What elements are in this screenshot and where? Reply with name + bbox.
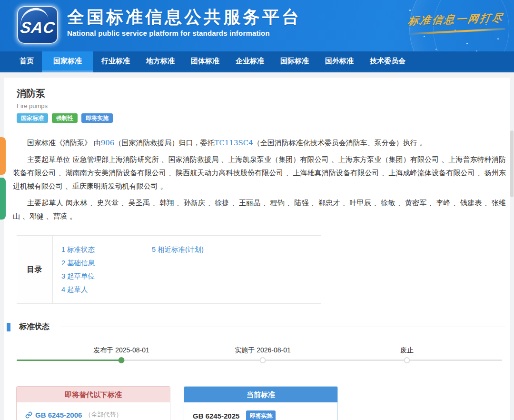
timeline-dot-implemented — [260, 357, 266, 363]
nav-item-industry-standards[interactable]: 行业标准 — [93, 51, 138, 72]
toc-column-2: 5 相近标准(计划) — [152, 243, 242, 296]
site-title-block: 全国标准信息公共服务平台 National public service pla… — [67, 6, 301, 37]
side-tab-green[interactable] — [0, 178, 6, 220]
link-906[interactable]: 906 — [101, 139, 115, 147]
section-divider — [60, 327, 506, 327]
card-current-header: 当前标准 — [184, 387, 337, 402]
site-title: 全国标准信息公共服务平台 — [67, 6, 301, 28]
nav-item-international-standards[interactable]: 国际标准 — [272, 51, 317, 72]
table-of-contents: 目录 1 标准状态 2 基础信息 3 起草单位 4 起草人 5 相近标准(计划) — [17, 235, 321, 304]
current-code-line: GB 6245-2025 即将实施 — [193, 410, 329, 420]
card-replaced-standard: 即将替代以下标准 GB 6245-2006 （全部代替） 消防泵 — [16, 386, 170, 420]
standard-title-en: Fire pumps — [17, 102, 506, 110]
nav-item-technical-committees[interactable]: 技术委员会 — [362, 51, 414, 72]
timeline-label-implemented: 实施于 2026-08-01 — [235, 346, 291, 355]
nav-item-national-standards[interactable]: 国家标准 — [42, 51, 93, 72]
toc-label: 目录 — [17, 236, 53, 303]
timeline-label-published: 发布于 2025-08-01 — [93, 346, 149, 355]
sac-logo[interactable]: SAC — [17, 6, 58, 44]
timeline-label-abolished: 废止 — [400, 346, 414, 355]
card-current-body: GB 6245-2025 即将实施 消防泵 — [184, 402, 337, 420]
p1-after: （全国消防标准化技术委员会消防车、泵分会）执行 。 — [253, 139, 427, 147]
timeline-track-completed — [17, 360, 121, 361]
side-tab-orange[interactable] — [0, 137, 6, 175]
toc-link-drafters[interactable]: 4 起草人 — [61, 283, 152, 296]
page-background: 消防泵 Fire pumps 国家标准 强制性 即将实施 国家标准《消防泵》 由… — [0, 72, 514, 420]
replaced-code-line: GB 6245-2006 （全部代替） — [25, 410, 161, 419]
toc-column-1: 1 标准状态 2 基础信息 3 起草单位 4 起草人 — [61, 243, 152, 296]
replaced-standard-link[interactable]: GB 6245-2006 — [35, 411, 82, 419]
badge-upcoming-implementation: 即将实施 — [81, 113, 113, 123]
p1-before: 国家标准《消防泵》 由 — [27, 139, 101, 147]
main-nav: 首页 国家标准 行业标准 地方标准 团体标准 企业标准 国际标准 国外标准 技术… — [0, 51, 514, 72]
current-standard-badge: 即将实施 — [246, 410, 276, 420]
timeline-dot-published — [119, 357, 125, 363]
replaced-standard-note: （全部代替） — [85, 410, 122, 419]
toc-link-standard-status[interactable]: 1 标准状态 — [61, 243, 152, 256]
badge-row: 国家标准 强制性 即将实施 — [17, 113, 506, 123]
sac-logo-text: SAC — [19, 19, 56, 37]
link-tc113sc4[interactable]: TC113SC4 — [214, 139, 253, 147]
site-header: SAC 全国标准信息公共服务平台 National public service… — [0, 0, 514, 51]
intro-section: 国家标准《消防泵》 由906（国家消防救援局）归口，委托TC113SC4（全国消… — [13, 136, 506, 223]
p1-mid: （国家消防救援局）归口，委托 — [114, 139, 214, 147]
status-timeline: 发布于 2025-08-01 实施于 2026-08-01 废止 — [13, 346, 506, 374]
link-icon — [25, 411, 32, 419]
nav-item-enterprise-standards[interactable]: 企业标准 — [227, 51, 272, 72]
section-marker — [7, 323, 10, 331]
badge-mandatory: 强制性 — [52, 113, 78, 123]
toc-link-drafting-units[interactable]: 3 起草单位 — [61, 270, 152, 283]
standard-cards: 即将替代以下标准 GB 6245-2006 （全部代替） 消防泵 当前标准 — [16, 386, 506, 420]
timeline-dot-abolished — [404, 357, 410, 363]
card-replaced-body: GB 6245-2006 （全部代替） 消防泵 — [17, 402, 170, 420]
toc-link-similar-standards[interactable]: 5 相近标准(计划) — [152, 243, 242, 256]
badge-national-standard: 国家标准 — [17, 113, 48, 123]
card-replaced-header: 即将替代以下标准 — [17, 387, 170, 402]
site-subtitle: National public service platform for sta… — [67, 29, 301, 37]
standard-title: 消防泵 — [17, 87, 506, 100]
toc-columns: 1 标准状态 2 基础信息 3 起草单位 4 起草人 5 相近标准(计划) — [53, 236, 321, 303]
nav-item-foreign-standards[interactable]: 国外标准 — [317, 51, 362, 72]
scrollbar-thumb[interactable] — [510, 130, 514, 197]
status-section-title: 标准状态 — [19, 322, 49, 332]
nav-item-group-standards[interactable]: 团体标准 — [183, 51, 227, 72]
card-current-standard: 当前标准 GB 6245-2025 即将实施 消防泵 — [184, 386, 338, 420]
nav-item-home[interactable]: 首页 — [11, 51, 42, 72]
status-section-header: 标准状态 — [7, 322, 506, 332]
current-standard-code: GB 6245-2025 — [193, 412, 239, 420]
toc-link-basic-info[interactable]: 2 基础信息 — [61, 256, 152, 270]
content-card: 消防泵 Fire pumps 国家标准 强制性 即将实施 国家标准《消防泵》 由… — [4, 78, 510, 420]
nav-item-local-standards[interactable]: 地方标准 — [138, 51, 183, 72]
paragraph-overview: 国家标准《消防泵》 由906（国家消防救援局）归口，委托TC113SC4（全国消… — [13, 136, 506, 150]
dots-decoration — [409, 10, 411, 11]
paragraph-drafters: 主要起草人 闵永林 、史兴堂 、吴圣禹 、韩翔 、孙新庆 、徐捷 、王丽晶 、程… — [13, 196, 506, 223]
paragraph-drafting-units: 主要起草单位 应急管理部上海消防研究所 、国家消防救援局 、上海凯泉泵业（集团）… — [13, 153, 506, 193]
